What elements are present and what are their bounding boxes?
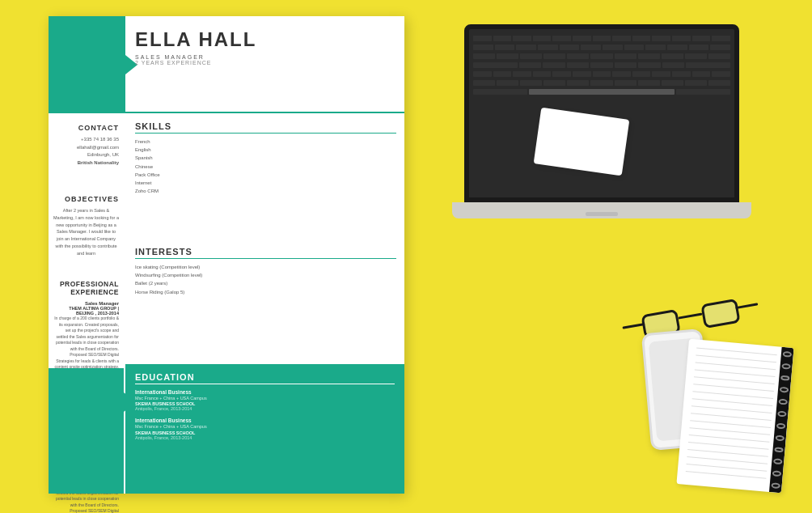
contact-email: ellahall@gmail.com — [53, 144, 119, 152]
education-label: EDUCATION — [135, 372, 395, 384]
skill-spanish: Spanish — [135, 154, 396, 162]
interest-4: Horse Riding (Galop 5) — [135, 288, 396, 296]
exp-company-1: THEM ALTIMA GROUP | BEIJING , 2013-2014 — [53, 306, 119, 316]
objectives-text: After 2 years in Sales & Marketing, I am… — [53, 207, 119, 257]
interest-2: Windsurfing (Competition level) — [135, 271, 396, 279]
skills-section: SKILLS French English Spanish Chinese Pa… — [127, 121, 404, 195]
skill-pack-office: Pack Office — [135, 171, 396, 179]
prof-exp-label: PROFESSIONAL EXPERIENCE — [53, 280, 119, 296]
resume-header-right: ELLA HALL SALES MANAGER 2 YEARS EXPERIEN… — [125, 16, 404, 113]
skill-zoho: Zoho CRM — [135, 187, 396, 195]
edu-location-2: Antipolis, France, 2013-2014 — [135, 435, 395, 440]
notepad — [676, 339, 793, 494]
skill-internet: Internet — [135, 179, 396, 187]
education-section: EDUCATION International Business Msc Fra… — [125, 364, 404, 494]
edu-campus-1: Msc France + China + USA Campus — [135, 395, 395, 401]
contact-label: CONTACT — [53, 124, 119, 132]
interests-section: INTERESTS Ice skating (Competition level… — [127, 247, 404, 296]
interest-3: Ballet (2 years) — [135, 279, 396, 287]
edu-degree-2: International Business — [135, 418, 395, 423]
edu-location-1: Antipolis, France, 2013-2014 — [135, 406, 395, 411]
contact-phone: +335 74 18 36 35 — [53, 136, 119, 144]
skill-french: French — [135, 138, 396, 146]
edu-degree-1: International Business — [135, 389, 395, 395]
skills-label: SKILLS — [135, 121, 396, 134]
laptop-keyboard — [452, 202, 751, 218]
edu-entry-1: International Business Msc France + Chin… — [135, 389, 395, 411]
interests-label: INTERESTS — [135, 247, 396, 259]
skill-english: English — [135, 146, 396, 154]
objectives-section-left: OBJECTIVES After 2 years in Sales & Mark… — [49, 190, 124, 262]
resume-teal-footer — [49, 368, 124, 494]
resume-document: CONTACT +335 74 18 36 35 ellahall@gmail.… — [49, 16, 404, 494]
resume-job-title: SALES MANAGER — [135, 54, 395, 60]
objectives-label: OBJECTIVES — [53, 195, 119, 203]
interest-1: Ice skating (Competition level) — [135, 263, 396, 271]
resume-experience: 2 YEARS EXPERIENCE — [135, 60, 395, 66]
edu-campus-2: Msc France + China + USA Campus — [135, 423, 395, 430]
laptop-screen — [464, 24, 739, 202]
white-business-card — [534, 108, 630, 176]
edu-entry-2: International Business Msc France + Chin… — [135, 418, 395, 439]
contact-nationality: British Nationality — [53, 159, 119, 167]
exp-entry-1: Sales Manager THEM ALTIMA GROUP | BEIJIN… — [53, 301, 119, 371]
resume-name: ELLA HALL — [135, 28, 395, 51]
contact-location: Edinburgh, UK — [53, 151, 119, 159]
resume-teal-header — [49, 16, 125, 113]
exp-desc-1: In charge of a 200 clients portfolio & i… — [53, 316, 119, 371]
contact-section: CONTACT +335 74 18 36 35 ellahall@gmail.… — [49, 117, 124, 173]
skill-chinese: Chinese — [135, 163, 396, 171]
